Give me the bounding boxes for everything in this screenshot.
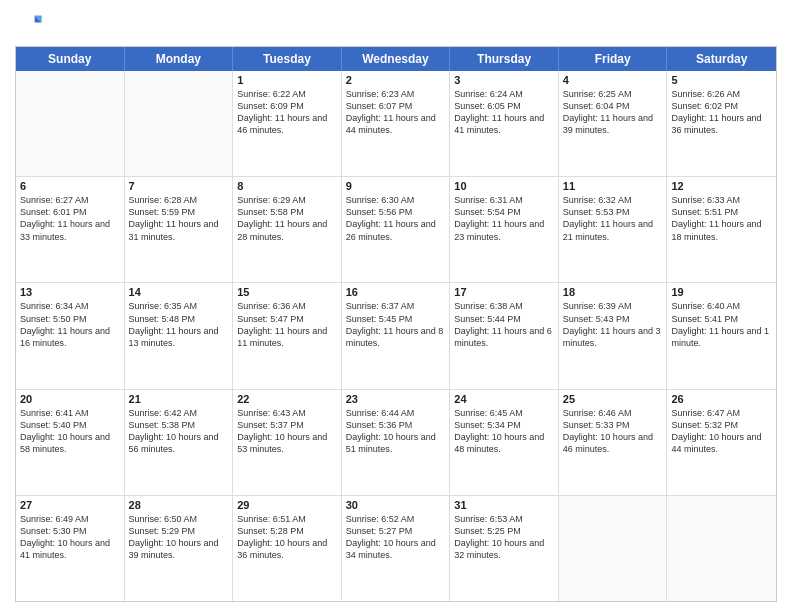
day-info: Sunrise: 6:43 AMSunset: 5:37 PMDaylight:… bbox=[237, 407, 337, 456]
day-number: 9 bbox=[346, 180, 446, 192]
day-cell-31: 31Sunrise: 6:53 AMSunset: 5:25 PMDayligh… bbox=[450, 496, 559, 601]
day-info: Sunrise: 6:35 AMSunset: 5:48 PMDaylight:… bbox=[129, 300, 229, 349]
day-cell-17: 17Sunrise: 6:38 AMSunset: 5:44 PMDayligh… bbox=[450, 283, 559, 388]
day-info: Sunrise: 6:32 AMSunset: 5:53 PMDaylight:… bbox=[563, 194, 663, 243]
week-row-3: 13Sunrise: 6:34 AMSunset: 5:50 PMDayligh… bbox=[16, 282, 776, 388]
day-info: Sunrise: 6:34 AMSunset: 5:50 PMDaylight:… bbox=[20, 300, 120, 349]
logo-area bbox=[15, 10, 47, 38]
day-number: 4 bbox=[563, 74, 663, 86]
day-info: Sunrise: 6:29 AMSunset: 5:58 PMDaylight:… bbox=[237, 194, 337, 243]
day-cell-30: 30Sunrise: 6:52 AMSunset: 5:27 PMDayligh… bbox=[342, 496, 451, 601]
day-cell-5: 5Sunrise: 6:26 AMSunset: 6:02 PMDaylight… bbox=[667, 71, 776, 176]
day-cell-11: 11Sunrise: 6:32 AMSunset: 5:53 PMDayligh… bbox=[559, 177, 668, 282]
day-cell-22: 22Sunrise: 6:43 AMSunset: 5:37 PMDayligh… bbox=[233, 390, 342, 495]
day-cell-1: 1Sunrise: 6:22 AMSunset: 6:09 PMDaylight… bbox=[233, 71, 342, 176]
day-cell-9: 9Sunrise: 6:30 AMSunset: 5:56 PMDaylight… bbox=[342, 177, 451, 282]
day-number: 19 bbox=[671, 286, 772, 298]
day-cell-7: 7Sunrise: 6:28 AMSunset: 5:59 PMDaylight… bbox=[125, 177, 234, 282]
day-number: 15 bbox=[237, 286, 337, 298]
day-number: 10 bbox=[454, 180, 554, 192]
day-header-monday: Monday bbox=[125, 47, 234, 71]
day-number: 17 bbox=[454, 286, 554, 298]
day-number: 6 bbox=[20, 180, 120, 192]
day-info: Sunrise: 6:23 AMSunset: 6:07 PMDaylight:… bbox=[346, 88, 446, 137]
day-cell-empty bbox=[667, 496, 776, 601]
week-row-2: 6Sunrise: 6:27 AMSunset: 6:01 PMDaylight… bbox=[16, 176, 776, 282]
day-cell-12: 12Sunrise: 6:33 AMSunset: 5:51 PMDayligh… bbox=[667, 177, 776, 282]
week-row-5: 27Sunrise: 6:49 AMSunset: 5:30 PMDayligh… bbox=[16, 495, 776, 601]
calendar-header: SundayMondayTuesdayWednesdayThursdayFrid… bbox=[16, 47, 776, 71]
day-header-saturday: Saturday bbox=[667, 47, 776, 71]
day-info: Sunrise: 6:41 AMSunset: 5:40 PMDaylight:… bbox=[20, 407, 120, 456]
day-cell-26: 26Sunrise: 6:47 AMSunset: 5:32 PMDayligh… bbox=[667, 390, 776, 495]
day-cell-13: 13Sunrise: 6:34 AMSunset: 5:50 PMDayligh… bbox=[16, 283, 125, 388]
day-header-thursday: Thursday bbox=[450, 47, 559, 71]
day-number: 8 bbox=[237, 180, 337, 192]
day-number: 5 bbox=[671, 74, 772, 86]
day-cell-20: 20Sunrise: 6:41 AMSunset: 5:40 PMDayligh… bbox=[16, 390, 125, 495]
day-info: Sunrise: 6:38 AMSunset: 5:44 PMDaylight:… bbox=[454, 300, 554, 349]
day-info: Sunrise: 6:26 AMSunset: 6:02 PMDaylight:… bbox=[671, 88, 772, 137]
day-info: Sunrise: 6:31 AMSunset: 5:54 PMDaylight:… bbox=[454, 194, 554, 243]
day-number: 20 bbox=[20, 393, 120, 405]
header bbox=[15, 10, 777, 38]
day-cell-25: 25Sunrise: 6:46 AMSunset: 5:33 PMDayligh… bbox=[559, 390, 668, 495]
day-info: Sunrise: 6:33 AMSunset: 5:51 PMDaylight:… bbox=[671, 194, 772, 243]
day-info: Sunrise: 6:37 AMSunset: 5:45 PMDaylight:… bbox=[346, 300, 446, 349]
day-info: Sunrise: 6:50 AMSunset: 5:29 PMDaylight:… bbox=[129, 513, 229, 562]
day-info: Sunrise: 6:49 AMSunset: 5:30 PMDaylight:… bbox=[20, 513, 120, 562]
day-cell-15: 15Sunrise: 6:36 AMSunset: 5:47 PMDayligh… bbox=[233, 283, 342, 388]
day-cell-19: 19Sunrise: 6:40 AMSunset: 5:41 PMDayligh… bbox=[667, 283, 776, 388]
day-cell-8: 8Sunrise: 6:29 AMSunset: 5:58 PMDaylight… bbox=[233, 177, 342, 282]
day-cell-14: 14Sunrise: 6:35 AMSunset: 5:48 PMDayligh… bbox=[125, 283, 234, 388]
day-cell-6: 6Sunrise: 6:27 AMSunset: 6:01 PMDaylight… bbox=[16, 177, 125, 282]
day-number: 24 bbox=[454, 393, 554, 405]
day-info: Sunrise: 6:44 AMSunset: 5:36 PMDaylight:… bbox=[346, 407, 446, 456]
day-number: 28 bbox=[129, 499, 229, 511]
day-number: 3 bbox=[454, 74, 554, 86]
day-info: Sunrise: 6:25 AMSunset: 6:04 PMDaylight:… bbox=[563, 88, 663, 137]
day-cell-10: 10Sunrise: 6:31 AMSunset: 5:54 PMDayligh… bbox=[450, 177, 559, 282]
day-number: 7 bbox=[129, 180, 229, 192]
day-number: 26 bbox=[671, 393, 772, 405]
week-row-4: 20Sunrise: 6:41 AMSunset: 5:40 PMDayligh… bbox=[16, 389, 776, 495]
day-cell-18: 18Sunrise: 6:39 AMSunset: 5:43 PMDayligh… bbox=[559, 283, 668, 388]
day-number: 31 bbox=[454, 499, 554, 511]
day-cell-empty bbox=[16, 71, 125, 176]
day-info: Sunrise: 6:24 AMSunset: 6:05 PMDaylight:… bbox=[454, 88, 554, 137]
day-number: 23 bbox=[346, 393, 446, 405]
week-row-1: 1Sunrise: 6:22 AMSunset: 6:09 PMDaylight… bbox=[16, 71, 776, 176]
day-info: Sunrise: 6:36 AMSunset: 5:47 PMDaylight:… bbox=[237, 300, 337, 349]
day-info: Sunrise: 6:22 AMSunset: 6:09 PMDaylight:… bbox=[237, 88, 337, 137]
day-cell-29: 29Sunrise: 6:51 AMSunset: 5:28 PMDayligh… bbox=[233, 496, 342, 601]
day-cell-23: 23Sunrise: 6:44 AMSunset: 5:36 PMDayligh… bbox=[342, 390, 451, 495]
day-info: Sunrise: 6:27 AMSunset: 6:01 PMDaylight:… bbox=[20, 194, 120, 243]
day-info: Sunrise: 6:28 AMSunset: 5:59 PMDaylight:… bbox=[129, 194, 229, 243]
day-info: Sunrise: 6:39 AMSunset: 5:43 PMDaylight:… bbox=[563, 300, 663, 349]
day-cell-28: 28Sunrise: 6:50 AMSunset: 5:29 PMDayligh… bbox=[125, 496, 234, 601]
day-number: 12 bbox=[671, 180, 772, 192]
day-cell-empty bbox=[559, 496, 668, 601]
day-header-sunday: Sunday bbox=[16, 47, 125, 71]
day-number: 29 bbox=[237, 499, 337, 511]
day-info: Sunrise: 6:30 AMSunset: 5:56 PMDaylight:… bbox=[346, 194, 446, 243]
day-cell-21: 21Sunrise: 6:42 AMSunset: 5:38 PMDayligh… bbox=[125, 390, 234, 495]
logo-icon bbox=[15, 10, 43, 38]
day-number: 13 bbox=[20, 286, 120, 298]
day-header-tuesday: Tuesday bbox=[233, 47, 342, 71]
day-info: Sunrise: 6:51 AMSunset: 5:28 PMDaylight:… bbox=[237, 513, 337, 562]
day-cell-16: 16Sunrise: 6:37 AMSunset: 5:45 PMDayligh… bbox=[342, 283, 451, 388]
day-info: Sunrise: 6:52 AMSunset: 5:27 PMDaylight:… bbox=[346, 513, 446, 562]
page: SundayMondayTuesdayWednesdayThursdayFrid… bbox=[0, 0, 792, 612]
calendar-body: 1Sunrise: 6:22 AMSunset: 6:09 PMDaylight… bbox=[16, 71, 776, 601]
day-cell-empty bbox=[125, 71, 234, 176]
day-cell-24: 24Sunrise: 6:45 AMSunset: 5:34 PMDayligh… bbox=[450, 390, 559, 495]
day-number: 30 bbox=[346, 499, 446, 511]
calendar: SundayMondayTuesdayWednesdayThursdayFrid… bbox=[15, 46, 777, 602]
day-number: 14 bbox=[129, 286, 229, 298]
day-number: 11 bbox=[563, 180, 663, 192]
day-number: 25 bbox=[563, 393, 663, 405]
day-number: 2 bbox=[346, 74, 446, 86]
day-info: Sunrise: 6:40 AMSunset: 5:41 PMDaylight:… bbox=[671, 300, 772, 349]
day-header-friday: Friday bbox=[559, 47, 668, 71]
